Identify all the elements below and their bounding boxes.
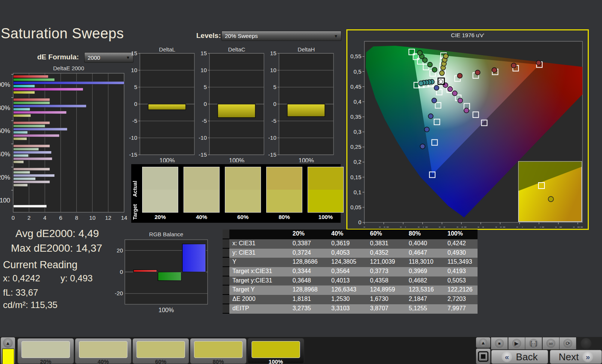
step-button[interactable]: [··] [525, 337, 542, 349]
svg-text:-10: -10 [129, 134, 137, 141]
measurement-table: 20%40%60%80%100%x: CIE310,33870,36190,38… [223, 230, 478, 314]
cell-value: 0,5053 [444, 276, 478, 286]
pattern-button-100%[interactable]: 100% [247, 338, 304, 364]
cell-value: 121,0039 [367, 258, 406, 267]
back-button-label: Back [516, 351, 538, 363]
cie-measured-marker-red [492, 68, 497, 72]
cie-measured-marker-red [536, 60, 541, 65]
cell-value: 128,8968 [290, 285, 328, 295]
back-button[interactable]: « Back [491, 350, 548, 364]
cell-value: 1,6730 [367, 295, 406, 304]
play-button[interactable]: ▶ [508, 337, 525, 349]
svg-text:0,5: 0,5 [555, 225, 563, 227]
cell-value: 5,1255 [406, 304, 444, 314]
svg-text:DeltaL: DeltaL [159, 47, 175, 53]
actual-swatch [308, 167, 343, 190]
svg-text:100%: 100% [299, 157, 314, 162]
reading-fl: fL: 33,67 [3, 287, 38, 298]
svg-text:0: 0 [363, 225, 366, 227]
expand-controls-button[interactable]: ▲ [476, 337, 490, 348]
row-gutter [223, 276, 229, 286]
svg-text:10: 10 [131, 67, 137, 73]
cell-value: 115,3493 [444, 258, 478, 267]
row-gutter [223, 295, 229, 304]
svg-text:0,25: 0,25 [350, 143, 361, 150]
svg-text:0: 0 [120, 269, 123, 275]
status-indicator-area [577, 337, 602, 350]
levels-dropdown[interactable]: 20% Sweeps ▼ [221, 31, 341, 41]
row-gutter [223, 258, 229, 267]
svg-text:0,05: 0,05 [350, 204, 361, 210]
row-label: dEITP [229, 304, 290, 314]
row-label: Target Y [229, 285, 290, 295]
svg-text:-5: -5 [271, 118, 276, 124]
cie-diagram-panel: CIE 1976 u'v' 00,050,10,150,20,250,30,35… [346, 29, 589, 230]
svg-text:DeltaE 2000: DeltaE 2000 [53, 65, 84, 71]
current-pattern-swatch [2, 349, 14, 364]
row-label: x: CIE31 [229, 239, 290, 249]
svg-text:100%: 100% [0, 81, 10, 88]
svg-text:6: 6 [59, 214, 62, 221]
pattern-swatch [79, 341, 127, 358]
svg-text:0,25: 0,25 [456, 225, 467, 227]
pattern-button-20%[interactable]: 20% [17, 338, 74, 364]
pattern-button-60%[interactable]: 60% [132, 338, 189, 364]
actual-swatch [143, 167, 178, 190]
cie-measured-marker-magenta [443, 83, 448, 88]
svg-text:-15: -15 [268, 151, 276, 158]
svg-text:5: 5 [204, 84, 207, 90]
svg-text:20%: 20% [0, 174, 10, 181]
cell-value: 3,3103 [328, 304, 367, 314]
cell-value: 0,3344 [290, 267, 328, 276]
row-gutter [223, 230, 229, 239]
svg-text:15: 15 [270, 50, 276, 56]
swatch-pair-40% [183, 167, 220, 213]
svg-text:60%: 60% [0, 127, 10, 134]
cie-measured-marker-blue [428, 114, 433, 119]
actual-swatch [184, 167, 219, 190]
target-swatch [308, 190, 343, 212]
svg-text:-15: -15 [129, 151, 137, 158]
refresh-button[interactable]: ⟳ [560, 337, 576, 349]
stop-button[interactable]: ■ [491, 337, 508, 349]
cell-value: 0,4193 [444, 267, 478, 276]
swatch-column-label: 40% [183, 214, 220, 220]
continuous-button[interactable]: ∞ [543, 337, 560, 349]
deltac-chart: DeltaC151050-5-10-15100% [194, 47, 265, 162]
actual-swatch [267, 167, 302, 190]
cie-measured-marker-magenta [448, 87, 453, 92]
row-gutter [223, 304, 229, 314]
cie-measured-marker-red [475, 70, 480, 75]
target-swatch [267, 190, 302, 212]
swatch-column-label: 80% [266, 214, 302, 220]
pattern-button-40%[interactable]: 40% [75, 338, 132, 364]
chevron-down-icon: ▼ [334, 34, 338, 38]
current-reading-heading: Current Reading [3, 259, 77, 271]
cell-value: 128,8686 [290, 258, 328, 267]
cell-value: 1,2530 [328, 295, 367, 304]
pattern-swatch [252, 341, 300, 358]
max-de2000: Max dE2000: 14,37 [11, 242, 102, 254]
cie-measured-marker-magenta [458, 98, 462, 103]
svg-text:100%: 100% [229, 157, 244, 162]
cie-measured-marker-yellow [440, 71, 444, 76]
pattern-button-80%[interactable]: 80% [190, 338, 247, 364]
next-button[interactable]: Next » [550, 350, 602, 364]
pattern-window-button[interactable] [476, 349, 490, 364]
svg-text:RGB Balance: RGB Balance [149, 231, 183, 237]
refresh-icon: ⟳ [563, 339, 572, 348]
svg-text:0,15: 0,15 [417, 225, 428, 227]
svg-text:100%: 100% [159, 307, 174, 313]
cell-value: 122,2126 [444, 285, 478, 295]
svg-text:-5: -5 [132, 118, 137, 124]
cell-value: 0,4352 [367, 249, 406, 258]
pattern-button-label: 40% [75, 358, 131, 364]
svg-text:15: 15 [200, 50, 207, 56]
svg-text:0,4: 0,4 [516, 225, 523, 227]
svg-text:0: 0 [12, 214, 15, 221]
collapse-up-button[interactable]: ▲ [3, 338, 13, 348]
up-arrow-icon: ▲ [6, 340, 11, 346]
svg-text:4: 4 [43, 214, 46, 221]
svg-text:15: 15 [131, 50, 137, 56]
row-label: Target x:CIE31 [229, 267, 290, 276]
